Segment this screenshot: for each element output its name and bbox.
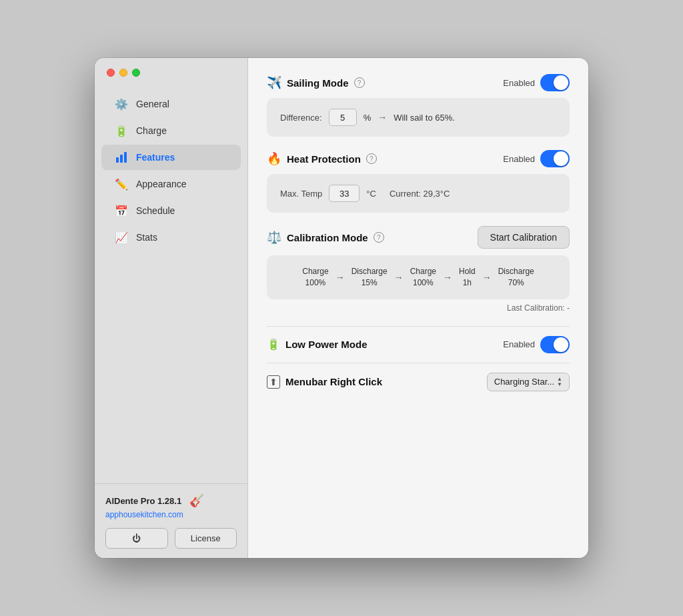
low-power-toggle-knob	[554, 337, 568, 352]
svg-rect-1	[120, 155, 123, 163]
sailing-toggle-knob	[554, 75, 568, 90]
menubar-right-click-row: ⬆ Menubar Right Click Charging Star... ▲…	[267, 363, 570, 401]
heat-protection-header: 🔥 Heat Protection ? Enabled	[267, 150, 570, 167]
low-power-left: 🔋 Low Power Mode	[267, 338, 368, 351]
start-calibration-button[interactable]: Start Calibration	[478, 226, 570, 249]
menubar-icon: ⬆	[267, 375, 280, 389]
app-info: AlDente Pro 1.28.1 🎸 apphousekitchen.com	[105, 493, 237, 520]
sidebar-footer: AlDente Pro 1.28.1 🎸 apphousekitchen.com…	[95, 483, 247, 558]
cal-step-3-label: Charge100%	[410, 266, 436, 289]
power-icon: ⏻	[132, 533, 141, 543]
license-button[interactable]: License	[175, 528, 237, 549]
sidebar-item-general[interactable]: ⚙️ General	[101, 91, 241, 117]
calibration-flow-box: Charge100% → Discharge15% → Charge100% →…	[267, 255, 570, 299]
sidebar: ⚙️ General 🔋 Charge Features ✏️	[95, 58, 248, 558]
sailing-percent: %	[364, 113, 372, 123]
cal-step-2-label: Discharge15%	[352, 266, 388, 289]
stats-icon: 📈	[115, 231, 128, 244]
menubar-title: Menubar Right Click	[285, 376, 382, 387]
sailing-diff-input[interactable]	[329, 109, 357, 126]
calibration-help-icon[interactable]: ?	[374, 232, 384, 243]
sailing-toggle[interactable]	[540, 74, 570, 91]
sailing-mode-title: Sailing Mode	[287, 77, 349, 89]
cal-step-3: Charge100%	[410, 266, 436, 289]
heat-toggle-group: Enabled	[503, 150, 570, 167]
low-power-title: Low Power Mode	[285, 339, 368, 350]
cal-step-4-label: Hold1h	[459, 266, 476, 289]
battery-icon: 🔋	[115, 124, 128, 137]
sidebar-item-features-label: Features	[136, 152, 175, 163]
cal-step-1: Charge100%	[302, 266, 328, 289]
cal-arrow-3: →	[443, 272, 452, 283]
main-content: ✈️ Sailing Mode ? Enabled Difference: % …	[248, 58, 588, 558]
sidebar-item-charge[interactable]: 🔋 Charge	[101, 118, 241, 143]
low-power-enabled-label: Enabled	[503, 339, 535, 349]
sailing-enabled-label: Enabled	[503, 78, 535, 88]
heat-toggle[interactable]	[540, 150, 570, 167]
traffic-lights	[95, 58, 247, 83]
sidebar-item-schedule[interactable]: 📅 Schedule	[101, 198, 241, 223]
app-logo-icon: 🎸	[189, 493, 204, 508]
svg-rect-2	[124, 152, 127, 163]
heat-max-temp-label: Max. Temp	[280, 189, 322, 199]
sailing-title-group: ✈️ Sailing Mode ?	[267, 75, 365, 90]
heat-protection-section: 🔥 Heat Protection ? Enabled Max. Temp °C…	[267, 150, 570, 213]
heat-protection-box: Max. Temp °C Current: 29,3°C	[267, 174, 570, 213]
cal-step-4: Hold1h	[459, 266, 476, 289]
sailing-will-sail: Will sail to 65%.	[394, 113, 455, 123]
calibration-mode-header: ⚖️ Calibration Mode ? Start Calibration	[267, 226, 570, 249]
cal-step-1-label: Charge100%	[302, 266, 328, 289]
low-power-mode-row: 🔋 Low Power Mode Enabled	[267, 326, 570, 363]
sidebar-item-stats[interactable]: 📈 Stats	[101, 225, 241, 250]
calibration-mode-section: ⚖️ Calibration Mode ? Start Calibration …	[267, 226, 570, 313]
sidebar-item-features[interactable]: Features	[101, 145, 241, 170]
heat-enabled-label: Enabled	[503, 154, 535, 164]
heat-toggle-knob	[554, 151, 568, 166]
cal-step-5: Discharge70%	[498, 266, 534, 289]
calibration-icon: ⚖️	[267, 230, 281, 245]
dropdown-arrows-icon: ▲ ▼	[557, 377, 562, 387]
app-link[interactable]: apphousekitchen.com	[105, 510, 183, 519]
features-icon	[115, 151, 128, 164]
sailing-mode-header: ✈️ Sailing Mode ? Enabled	[267, 74, 570, 91]
heat-unit: °C	[366, 189, 376, 199]
heat-max-temp-input[interactable]	[329, 185, 360, 202]
schedule-icon: 📅	[115, 204, 128, 217]
maximize-button[interactable]	[132, 69, 140, 77]
gear-icon: ⚙️	[115, 97, 128, 111]
sailing-icon: ✈️	[267, 75, 281, 90]
power-button[interactable]: ⏻	[105, 528, 168, 549]
heat-title-group: 🔥 Heat Protection ?	[267, 151, 377, 166]
sidebar-item-appearance-label: Appearance	[136, 179, 187, 189]
menubar-dropdown-value: Charging Star...	[494, 377, 554, 387]
footer-buttons: ⏻ License	[105, 528, 237, 549]
close-button[interactable]	[107, 69, 115, 77]
low-power-toggle-group: Enabled	[503, 336, 570, 353]
heat-help-icon[interactable]: ?	[366, 153, 377, 164]
last-calibration-text: Last Calibration: -	[267, 303, 570, 313]
menubar-left: ⬆ Menubar Right Click	[267, 375, 382, 389]
sidebar-item-appearance[interactable]: ✏️ Appearance	[101, 171, 241, 197]
nav-items: ⚙️ General 🔋 Charge Features ✏️	[95, 83, 247, 483]
heat-icon: 🔥	[267, 151, 281, 166]
sidebar-item-general-label: General	[136, 99, 169, 109]
cal-step-2: Discharge15%	[352, 266, 388, 289]
heat-current-label: Current: 29,3°C	[390, 189, 450, 199]
sidebar-item-schedule-label: Schedule	[136, 205, 175, 216]
app-name-row: AlDente Pro 1.28.1 🎸	[105, 493, 237, 508]
cal-arrow-2: →	[394, 272, 404, 283]
heat-protection-title: Heat Protection	[287, 153, 361, 165]
calibration-mode-title: Calibration Mode	[287, 232, 368, 243]
menubar-dropdown[interactable]: Charging Star... ▲ ▼	[487, 373, 570, 391]
sidebar-item-charge-label: Charge	[136, 125, 167, 136]
low-power-toggle[interactable]	[540, 336, 570, 353]
sailing-mode-box: Difference: % → Will sail to 65%.	[267, 98, 570, 137]
appearance-icon: ✏️	[115, 177, 128, 191]
minimize-button[interactable]	[119, 69, 127, 77]
low-power-icon: 🔋	[267, 338, 280, 351]
sailing-help-icon[interactable]: ?	[354, 77, 365, 88]
cal-step-5-label: Discharge70%	[498, 266, 534, 289]
cal-arrow-1: →	[335, 272, 345, 283]
sailing-arrow: →	[378, 112, 387, 123]
calibration-title-group: ⚖️ Calibration Mode ?	[267, 230, 384, 245]
